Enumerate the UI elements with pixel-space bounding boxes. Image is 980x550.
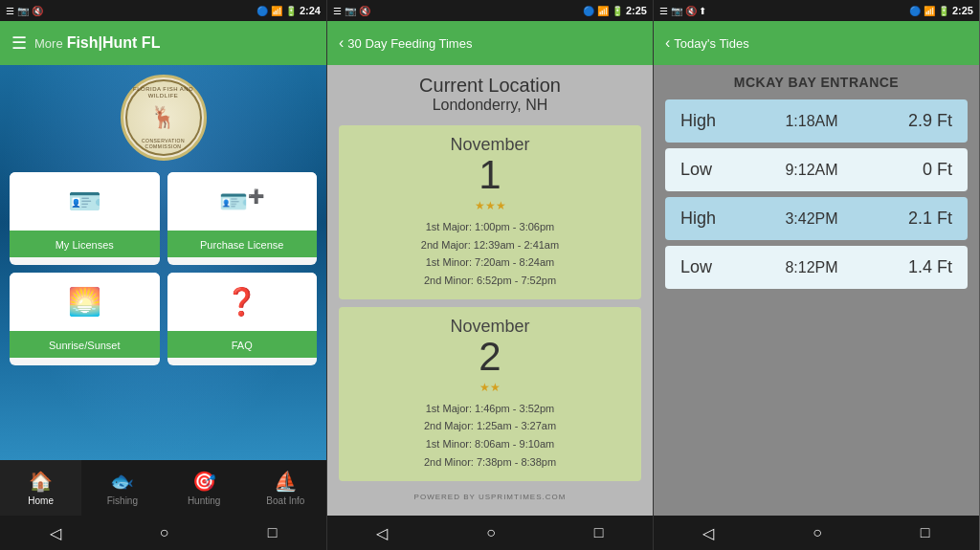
more-label[interactable]: More bbox=[34, 36, 63, 51]
purchase-license-label-area: Purchase License bbox=[167, 231, 318, 257]
my-licenses-icon: 🪪 bbox=[68, 186, 101, 217]
status-time-1: 2:24 bbox=[300, 5, 321, 16]
back-button-feeding[interactable]: ‹ 30 Day Feeding Times bbox=[339, 34, 472, 52]
nav-item-fishing[interactable]: 🐟 Fishing bbox=[81, 460, 163, 516]
app-title: Fish|Hunt FL bbox=[67, 34, 161, 52]
feeding-card-2: November 2 ★★ 1st Major: 1:46pm - 3:52pm… bbox=[339, 307, 641, 481]
logo-inner: FLORIDA FISH AND WILDLIFE 🦌 CONSERVATION… bbox=[125, 79, 202, 156]
logo-text-top: FLORIDA FISH AND WILDLIFE bbox=[127, 86, 200, 99]
purchase-license-icon-area: 🪪➕ bbox=[167, 172, 318, 231]
time-entry-1-4: 2nd Minor: 6:52pm - 7:52pm bbox=[352, 272, 628, 290]
home-label: Home bbox=[28, 495, 54, 506]
feeding-card-1: November 1 ★★★ 1st Major: 1:00pm - 3:06p… bbox=[339, 125, 641, 299]
sunrise-sunset-label-area: Sunrise/Sunset bbox=[10, 331, 160, 358]
faq-item[interactable]: ❓ FAQ bbox=[167, 273, 318, 365]
tide-row-1: High 1:18AM 2.9 Ft bbox=[665, 99, 968, 143]
status-left-3: ☰ 📷 🔇 ⬆ bbox=[659, 6, 706, 16]
boat-icon: ⛵ bbox=[274, 470, 298, 493]
location-city: Londonderry, NH bbox=[419, 97, 561, 114]
tide-height-1: 2.9 Ft bbox=[895, 111, 952, 131]
back-button-2[interactable]: ◁ bbox=[376, 524, 388, 542]
tide-type-4: Low bbox=[680, 257, 728, 277]
boat-info-label: Boat Info bbox=[266, 495, 304, 506]
back-button-tides[interactable]: ‹ Today's Tides bbox=[665, 34, 749, 52]
tide-type-3: High bbox=[680, 209, 728, 229]
screen-content-1: FLORIDA FISH AND WILDLIFE 🦌 CONSERVATION… bbox=[0, 65, 326, 550]
faq-label: FAQ bbox=[232, 340, 253, 351]
my-licenses-item[interactable]: 🪪 My Licenses bbox=[10, 172, 160, 265]
my-licenses-label: My Licenses bbox=[56, 239, 114, 251]
app-header-1: ☰ More Fish|Hunt FL bbox=[0, 21, 326, 65]
main-background: FLORIDA FISH AND WILDLIFE 🦌 CONSERVATION… bbox=[0, 65, 326, 460]
back-button-1[interactable]: ◁ bbox=[50, 524, 61, 542]
time-entry-1-3: 1st Minor: 7:20am - 8:24am bbox=[352, 253, 628, 272]
recents-button-1[interactable]: □ bbox=[268, 524, 278, 541]
back-button-3[interactable]: ◁ bbox=[702, 524, 714, 542]
back-chevron-icon: ‹ bbox=[339, 34, 344, 52]
tide-height-3: 2.1 Ft bbox=[895, 209, 952, 229]
tide-time-2: 9:12AM bbox=[728, 162, 895, 179]
bluetooth-icon-3: 🔵 bbox=[909, 6, 921, 16]
status-left-1: ☰ 📷 🔇 bbox=[6, 6, 43, 16]
powered-by: POWERED BY USPRIMTIMES.COM bbox=[414, 493, 567, 501]
battery-icon-3: 🔋 bbox=[938, 6, 949, 16]
tide-type-2: Low bbox=[680, 160, 728, 180]
status-bar-2: ☰ 📷 🔇 🔵 📶 🔋 2:25 bbox=[327, 0, 653, 21]
tide-height-4: 1.4 Ft bbox=[895, 257, 952, 277]
tide-row-4: Low 8:12PM 1.4 Ft bbox=[665, 246, 968, 289]
phone-nav-bar-1: ◁ ○ □ bbox=[0, 516, 326, 550]
time-entry-2-1: 1st Major: 1:46pm - 3:52pm bbox=[352, 400, 628, 418]
my-licenses-icon-area: 🪪 bbox=[10, 172, 160, 231]
stars-2: ★★ bbox=[352, 381, 628, 394]
nav-item-hunting[interactable]: 🎯 Hunting bbox=[164, 460, 245, 516]
phone-nav-bar-3: ◁ ○ □ bbox=[654, 516, 979, 550]
tide-time-4: 8:12PM bbox=[728, 259, 895, 276]
phone-3: ☰ 📷 🔇 ⬆ 🔵 📶 🔋 2:25 ‹ Today's Tides MCKAY… bbox=[653, 0, 979, 550]
hamburger-menu-icon[interactable]: ☰ bbox=[11, 33, 27, 54]
status-bar-1: ☰ 📷 🔇 🔵 📶 🔋 2:24 bbox=[0, 0, 326, 21]
purchase-license-item[interactable]: 🪪➕ Purchase License bbox=[167, 172, 318, 265]
status-icons-left-3: ☰ 📷 🔇 ⬆ bbox=[659, 6, 706, 16]
wifi-icon-2: 📶 bbox=[597, 6, 609, 16]
tide-height-2: 0 Ft bbox=[895, 160, 952, 180]
time-entry-2-2: 2nd Major: 1:25am - 3:27am bbox=[352, 417, 628, 435]
nav-item-boat-info[interactable]: ⛵ Boat Info bbox=[245, 460, 326, 516]
sunrise-sunset-label: Sunrise/Sunset bbox=[49, 340, 121, 351]
status-bar-3: ☰ 📷 🔇 ⬆ 🔵 📶 🔋 2:25 bbox=[654, 0, 979, 21]
sunrise-icon: 🌅 bbox=[68, 286, 101, 318]
day-2: 2 bbox=[352, 337, 628, 377]
purchase-license-label: Purchase License bbox=[200, 239, 283, 251]
home-icon: 🏠 bbox=[29, 470, 53, 493]
fishing-icon: 🐟 bbox=[110, 470, 134, 493]
tides-header-label: Today's Tides bbox=[674, 36, 748, 51]
status-right-1: 🔵 📶 🔋 2:24 bbox=[256, 5, 321, 16]
status-right-3: 🔵 📶 🔋 2:25 bbox=[909, 5, 973, 16]
home-button-1[interactable]: ○ bbox=[160, 524, 169, 541]
status-time-3: 2:25 bbox=[952, 5, 973, 16]
status-icons-left-2: ☰ 📷 🔇 bbox=[333, 6, 370, 16]
home-button-3[interactable]: ○ bbox=[813, 524, 822, 541]
faq-icon-area: ❓ bbox=[167, 273, 318, 331]
screen-content-2: Current Location Londonderry, NH Novembe… bbox=[327, 65, 653, 550]
deer-icon: 🦌 bbox=[150, 105, 176, 130]
tide-row-2: Low 9:12AM 0 Ft bbox=[665, 148, 968, 191]
phone-nav-bar-2: ◁ ○ □ bbox=[327, 516, 653, 550]
current-location-label: Current Location bbox=[419, 75, 561, 97]
home-button-2[interactable]: ○ bbox=[486, 524, 496, 541]
sunrise-sunset-item[interactable]: 🌅 Sunrise/Sunset bbox=[10, 273, 160, 365]
stars-1: ★★★ bbox=[352, 199, 628, 212]
bluetooth-icon-2: 🔵 bbox=[583, 6, 594, 16]
time-entry-1-1: 1st Major: 1:00pm - 3:06pm bbox=[352, 218, 628, 236]
recents-button-2[interactable]: □ bbox=[594, 524, 604, 541]
tide-time-1: 1:18AM bbox=[728, 113, 895, 130]
recents-button-3[interactable]: □ bbox=[921, 524, 930, 541]
faq-label-area: FAQ bbox=[167, 331, 318, 358]
battery-icon: 🔋 bbox=[285, 6, 297, 16]
nav-item-home[interactable]: 🏠 Home bbox=[0, 460, 81, 516]
my-licenses-label-area: My Licenses bbox=[10, 231, 160, 257]
tides-main: MCKAY BAY ENTRANCE High 1:18AM 2.9 Ft Lo… bbox=[654, 65, 979, 516]
battery-icon-2: 🔋 bbox=[612, 6, 623, 16]
wifi-icon-3: 📶 bbox=[924, 6, 935, 16]
wifi-icon: 📶 bbox=[271, 6, 282, 16]
back-chevron-icon-3: ‹ bbox=[665, 34, 670, 52]
